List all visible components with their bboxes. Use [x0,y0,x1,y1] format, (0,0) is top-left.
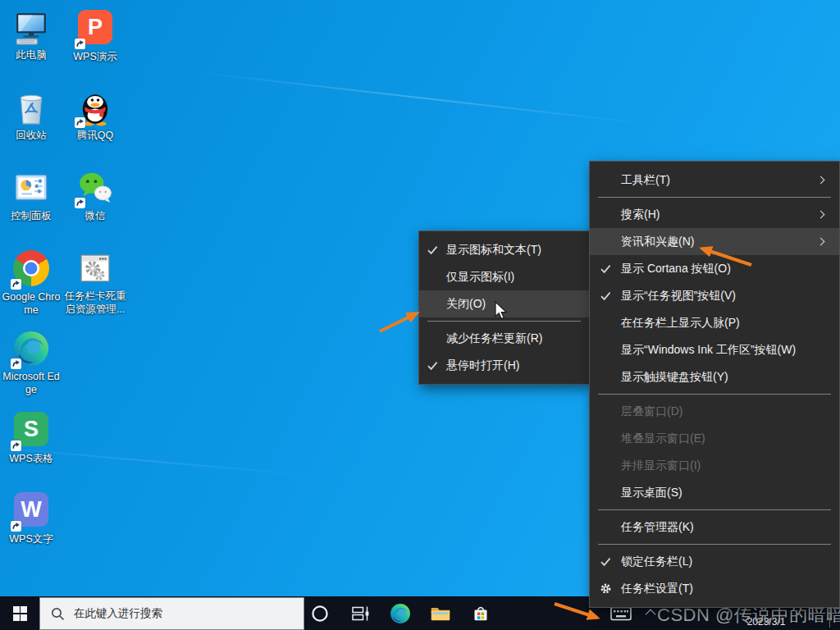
menu-item-stacked-windows[interactable]: 堆叠显示窗口(E) [590,425,839,452]
shortcut-arrow-icon [11,521,21,532]
taskbar-context-menu: 工具栏(T) 搜索(H) 资讯和兴趣(N) 显示 Cortana 按钮(O) 显… [589,161,840,608]
menu-item-show-icon-and-text[interactable]: 显示图标和文本(T) [419,236,589,263]
task-view-icon [351,605,370,623]
menu-item-open-on-hover[interactable]: 悬停时打开(H) [419,352,589,379]
qq-penguin-icon [76,89,114,126]
icon-label: 任务栏卡死重启资源管理... [64,290,126,316]
menu-separator [598,394,831,395]
icon-label: Google Chrome [0,290,62,317]
desktop-icon-wps-presentation[interactable]: P WPS演示 [64,8,126,63]
menu-item-show-icon-only[interactable]: 仅显示图标(I) [419,263,589,290]
edge-icon [390,603,411,624]
checkmark-icon [419,245,446,255]
taskbar-search-input[interactable]: 在此键入进行搜索 [39,597,304,630]
menu-item-show-task-view-button[interactable]: 显示“任务视图”按钮(V) [590,282,839,309]
menu-separator [427,321,581,322]
desktop-icon-this-pc[interactable]: 此电脑 [0,8,62,62]
icon-label: 此电脑 [0,48,62,62]
chevron-right-icon [818,212,839,217]
menu-item-show-cortana-button[interactable]: 显示 Cortana 按钮(O) [590,255,839,282]
desktop-icon-batch-script[interactable]: 任务栏卡死重启资源管理... [64,249,126,316]
desktop-icon-qq[interactable]: 腾讯QQ [64,89,126,142]
menu-item-search[interactable]: 搜索(H) [590,201,839,228]
menu-item-show-desktop[interactable]: 显示桌面(S) [590,479,839,506]
gear-icon [590,582,621,595]
desktop-icon-edge[interactable]: Microsoft Edge [0,330,62,396]
checkmark-icon [419,361,446,371]
control-panel-icon [12,169,50,207]
shortcut-arrow-icon [11,279,21,290]
menu-item-turn-off[interactable]: 关闭(O) [419,290,589,317]
wps-sheets-icon: S [12,412,50,450]
menu-item-cascade-windows[interactable]: 层叠窗口(D) [590,398,839,425]
checkmark-icon [590,264,621,274]
cortana-button[interactable] [302,596,338,630]
chevron-right-icon [818,239,839,244]
wps-presentation-icon: P [76,10,114,48]
menu-item-side-by-side-windows[interactable]: 并排显示窗口(I) [590,452,839,479]
menu-item-show-people[interactable]: 在任务栏上显示人脉(P) [590,309,839,336]
desktop-icon-wps-sheets[interactable]: S WPS表格 [0,410,62,465]
shortcut-arrow-icon [75,198,85,208]
microsoft-store-button[interactable] [463,596,499,630]
icon-label: 腾讯QQ [64,129,126,142]
menu-item-reduce-taskbar-updates[interactable]: 减少任务栏更新(R) [419,325,589,352]
desktop-icon-wps-writer[interactable]: W WPS文字 [0,491,62,546]
shortcut-arrow-icon [11,441,21,451]
menu-separator [598,509,831,510]
edge-icon [12,330,50,368]
menu-item-lock-taskbar[interactable]: 锁定任务栏(L) [590,548,839,575]
menu-item-taskbar-settings[interactable]: 任务栏设置(T) [590,575,839,602]
shortcut-arrow-icon [11,358,21,369]
desktop-icon-chrome[interactable]: Google Chrome [0,249,62,317]
icon-label: 微信 [64,209,126,222]
microsoft-store-icon [471,604,491,623]
checkmark-icon [590,291,621,301]
wechat-icon [76,169,114,207]
icon-label: WPS演示 [64,50,126,63]
checkmark-icon [590,557,621,567]
chrome-icon [12,250,50,288]
file-explorer-button[interactable] [422,596,459,630]
wps-writer-icon: W [12,492,50,530]
start-button[interactable] [0,596,39,630]
cortana-icon [311,605,329,623]
shortcut-arrow-icon [75,39,85,49]
this-pc-icon [12,8,50,46]
icon-label: WPS文字 [0,532,62,546]
menu-item-toolbars[interactable]: 工具栏(T) [590,167,839,194]
menu-item-show-touch-keyboard[interactable]: 显示触摸键盘按钮(Y) [590,363,839,390]
chevron-up-icon [645,609,655,620]
menu-item-show-windows-ink[interactable]: 显示“Windows Ink 工作区”按钮(W) [590,336,839,363]
icon-label: Microsoft Edge [0,370,62,396]
search-placeholder: 在此键入进行搜索 [74,606,162,621]
desktop-icon-control-panel[interactable]: 控制面板 [0,169,62,222]
desktop-icon-recycle-bin[interactable]: 回收站 [0,89,62,142]
menu-item-news-and-interests[interactable]: 资讯和兴趣(N) [590,228,839,255]
shortcut-arrow-icon [75,117,85,128]
icon-label: WPS表格 [0,452,62,465]
recycle-bin-icon [12,89,50,126]
search-icon [51,607,65,621]
icon-label: 回收站 [0,129,62,142]
task-view-button[interactable] [342,596,378,630]
file-explorer-icon [430,605,451,623]
menu-separator [598,197,831,198]
windows-logo-icon [13,606,27,620]
chevron-right-icon [818,177,839,183]
edge-taskbar-button[interactable] [382,596,418,630]
wallpaper-streak [190,71,647,124]
desktop-icon-wechat[interactable]: 微信 [64,169,126,222]
news-toolbar-submenu: 显示图标和文本(T) 仅显示图标(I) 关闭(O) 减少任务栏更新(R) 悬停时… [418,231,590,385]
menu-separator [598,544,831,545]
icon-label: 控制面板 [0,209,62,222]
touch-keyboard-icon [610,606,632,621]
batch-gears-icon [76,249,114,287]
menu-item-task-manager[interactable]: 任务管理器(K) [590,514,839,541]
